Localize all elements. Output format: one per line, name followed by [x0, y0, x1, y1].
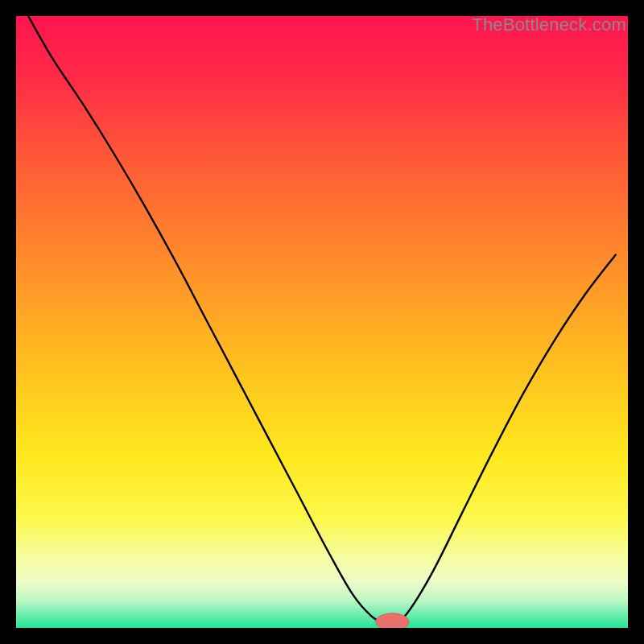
chart-frame: TheBottleneck.com: [16, 16, 628, 628]
bottleneck-chart: [16, 16, 628, 628]
watermark-text: TheBottleneck.com: [472, 14, 626, 35]
gradient-background: [16, 16, 628, 628]
optimal-point-marker: [376, 613, 409, 628]
